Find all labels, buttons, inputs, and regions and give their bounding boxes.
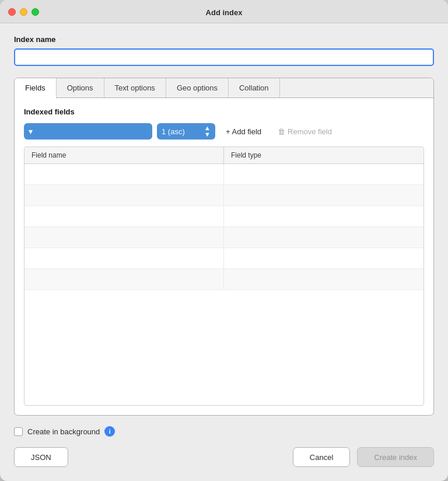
table-body: [24, 164, 424, 290]
cell-field-type-1: [224, 164, 424, 184]
bottom-section: Create in background i JSON Cancel Creat…: [14, 426, 434, 467]
col-field-name: Field name: [24, 147, 224, 163]
background-option-row: Create in background i: [14, 426, 434, 437]
create-background-label: Create in background: [27, 427, 100, 436]
order-dropdown[interactable]: 1 (asc) ▲ ▼: [157, 123, 215, 140]
table-row: [24, 206, 424, 227]
tab-geo-options[interactable]: Geo options: [166, 78, 229, 97]
cancel-button[interactable]: Cancel: [293, 447, 350, 467]
index-name-input[interactable]: [14, 48, 434, 66]
info-icon[interactable]: i: [104, 426, 115, 437]
cell-field-type-2: [224, 185, 424, 205]
field-dropdown-chevron-icon: ▾: [29, 127, 33, 136]
create-background-checkbox[interactable]: [14, 427, 23, 436]
dialog-content: Index name Fields Options Text options G…: [0, 23, 448, 481]
tab-collation[interactable]: Collation: [229, 78, 280, 97]
tab-bar: Fields Options Text options Geo options …: [15, 78, 433, 98]
traffic-lights: [8, 8, 39, 16]
field-controls: ▾ 1 (asc) ▲ ▼ + Add field 🗑: [24, 123, 424, 140]
cell-field-name-6: [24, 269, 224, 290]
center-buttons: Cancel Create index: [293, 447, 434, 467]
minimize-button[interactable]: [20, 8, 27, 16]
cell-field-name-2: [24, 185, 224, 205]
remove-field-button[interactable]: 🗑 Remove field: [272, 125, 338, 138]
col-field-type: Field type: [224, 147, 424, 163]
title-bar: Add index: [0, 0, 448, 23]
table-header: Field name Field type: [24, 147, 424, 164]
field-name-dropdown[interactable]: ▾: [24, 123, 152, 140]
create-index-button[interactable]: Create index: [357, 447, 434, 467]
cell-field-type-3: [224, 206, 424, 226]
indexed-fields-title: Indexed fields: [24, 107, 424, 116]
tab-options[interactable]: Options: [57, 78, 104, 97]
button-row: JSON Cancel Create index: [14, 447, 434, 467]
table-row: [24, 248, 424, 269]
index-name-label: Index name: [14, 35, 434, 44]
maximize-button[interactable]: [32, 8, 39, 16]
cell-field-name-5: [24, 248, 224, 269]
close-button[interactable]: [8, 8, 16, 16]
table-row: [24, 227, 424, 248]
tab-fields[interactable]: Fields: [15, 78, 57, 99]
remove-field-label: Remove field: [288, 127, 332, 136]
add-field-button[interactable]: + Add field: [220, 125, 267, 138]
tab-content-fields: Indexed fields ▾ 1 (asc) ▲ ▼: [15, 98, 433, 415]
json-button[interactable]: JSON: [14, 447, 68, 467]
cell-field-name-3: [24, 206, 224, 226]
cell-field-type-5: [224, 248, 424, 269]
table-row: [24, 164, 424, 185]
order-arrows-icon: ▲ ▼: [204, 125, 211, 138]
trash-icon: 🗑: [278, 127, 285, 136]
cell-field-type-4: [224, 227, 424, 248]
cell-field-type-6: [224, 269, 424, 290]
order-dropdown-value: 1 (asc): [162, 127, 185, 136]
cell-field-name-4: [24, 227, 224, 248]
fields-table: Field name Field type: [24, 147, 424, 406]
tab-container: Fields Options Text options Geo options …: [14, 78, 434, 416]
dialog-window: Add index Index name Fields Options Text…: [0, 0, 448, 481]
window-title: Add index: [206, 8, 243, 17]
table-row: [24, 269, 424, 290]
cell-field-name-1: [24, 164, 224, 184]
table-row: [24, 185, 424, 206]
tab-text-options[interactable]: Text options: [104, 78, 166, 97]
